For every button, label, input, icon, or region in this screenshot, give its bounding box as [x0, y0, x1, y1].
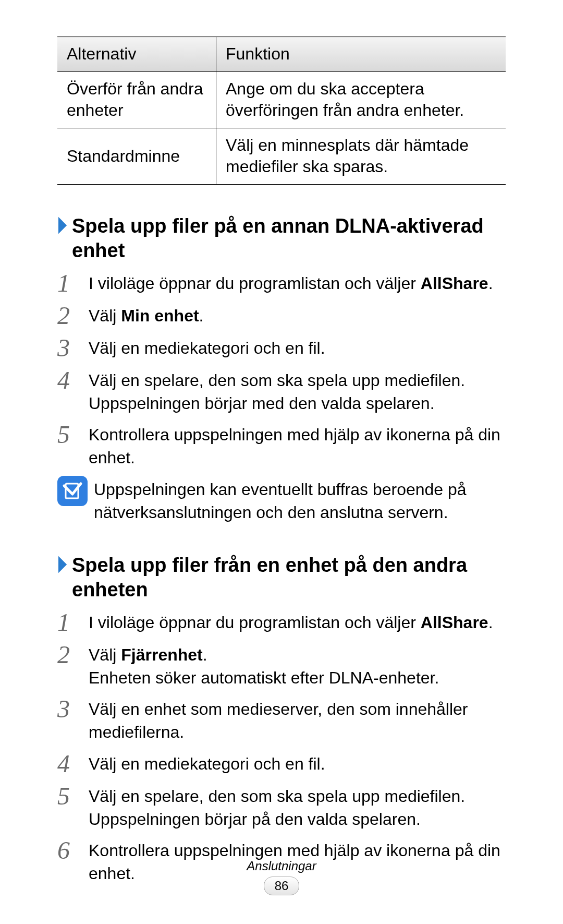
step-text: Välj Min enhet.: [89, 303, 506, 327]
chevron-right-icon: [57, 553, 69, 578]
step-item: 3 Välj en enhet som medieserver, den som…: [57, 697, 506, 743]
step-number: 5: [57, 422, 89, 447]
table-cell-function: Ange om du ska acceptera överföringen fr…: [216, 71, 506, 128]
options-table: Alternativ Funktion Överför från andra e…: [57, 37, 506, 185]
section-title: Spela upp filer från en enhet på den and…: [72, 553, 506, 603]
table-cell-function: Välj en minnesplats där hämtade mediefil…: [216, 128, 506, 184]
table-header-function: Funktion: [216, 37, 506, 72]
table-cell-option: Standardminne: [57, 128, 216, 184]
step-text: I viloläge öppnar du programlistan och v…: [89, 610, 506, 634]
step-number: 2: [57, 642, 89, 667]
step-text: Kontrollera uppspelningen med hjälp av i…: [89, 422, 506, 469]
section-title: Spela upp filer på en annan DLNA-aktiver…: [72, 214, 506, 263]
step-text: Välj en spelare, den som ska spela upp m…: [89, 784, 506, 831]
page-content: Alternativ Funktion Överför från andra e…: [0, 0, 563, 911]
table-header-option: Alternativ: [57, 37, 216, 72]
step-number: 4: [57, 368, 89, 393]
chevron-right-icon: [57, 214, 69, 239]
steps-list: 1 I viloläge öppnar du programlistan och…: [57, 610, 506, 885]
step-item: 4 Välj en mediekategori och en fil.: [57, 751, 506, 776]
footer-section-name: Anslutningar: [0, 859, 563, 873]
step-text: I viloläge öppnar du programlistan och v…: [89, 271, 506, 295]
table-cell-option: Överför från andra enheter: [57, 71, 216, 128]
svg-marker-2: [58, 556, 67, 573]
step-text: Välj en enhet som medieserver, den som i…: [89, 697, 506, 743]
step-item: 1 I viloläge öppnar du programlistan och…: [57, 610, 506, 635]
step-number: 3: [57, 335, 89, 361]
page-number: 86: [264, 877, 299, 895]
step-text: Välj en mediekategori och en fil.: [89, 335, 506, 359]
table-row: Standardminne Välj en minnesplats där hä…: [57, 128, 506, 184]
step-text: Välj en mediekategori och en fil.: [89, 751, 506, 775]
section-heading: Spela upp filer från en enhet på den and…: [57, 553, 506, 603]
step-item: 2 Välj Min enhet.: [57, 303, 506, 328]
step-item: 5 Kontrollera uppspelningen med hjälp av…: [57, 422, 506, 469]
note-block: Uppspelningen kan eventuellt buffras ber…: [57, 476, 506, 524]
page-footer: Anslutningar 86: [0, 859, 563, 895]
step-item: 4 Välj en spelare, den som ska spela upp…: [57, 368, 506, 415]
step-item: 5 Välj en spelare, den som ska spela upp…: [57, 784, 506, 831]
step-item: 2 Välj Fjärrenhet. Enheten söker automat…: [57, 642, 506, 689]
step-number: 3: [57, 697, 89, 722]
note-text: Uppspelningen kan eventuellt buffras ber…: [91, 476, 506, 524]
step-text: Välj en spelare, den som ska spela upp m…: [89, 368, 506, 415]
step-number: 4: [57, 751, 89, 776]
step-number: 1: [57, 610, 89, 635]
note-icon: [57, 476, 88, 506]
step-number: 5: [57, 784, 89, 809]
table-header-row: Alternativ Funktion: [57, 37, 506, 72]
table-row: Överför från andra enheter Ange om du sk…: [57, 71, 506, 128]
step-number: 1: [57, 271, 89, 296]
svg-marker-0: [58, 217, 67, 234]
step-item: 1 I viloläge öppnar du programlistan och…: [57, 271, 506, 296]
section-heading: Spela upp filer på en annan DLNA-aktiver…: [57, 214, 506, 263]
step-text: Välj Fjärrenhet. Enheten söker automatis…: [89, 642, 506, 689]
step-number: 2: [57, 303, 89, 328]
steps-list: 1 I viloläge öppnar du programlistan och…: [57, 271, 506, 470]
step-item: 3 Välj en mediekategori och en fil.: [57, 335, 506, 361]
